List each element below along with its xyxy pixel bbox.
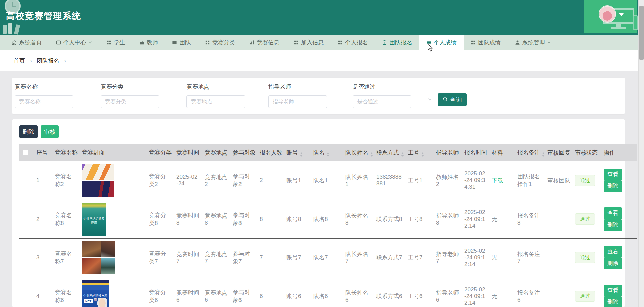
column-header-job_no[interactable]: 工号 [405,144,433,161]
column-header-count[interactable]: 报名人数 [256,144,283,161]
nav-item-competition-info[interactable]: 竞赛信息 [242,35,286,50]
row-checkbox-cell [19,200,33,238]
cell-reg_time: 2025-02-24 09:34:31 [461,161,488,200]
column-header-reply[interactable]: 审核回复 [544,144,572,161]
competition-cover-image[interactable]: 企业网络组建及应用 [82,203,106,236]
nav-item-personal-center[interactable]: 个人中心 [49,35,99,50]
nav-item-personal-score[interactable]: 个人成绩 [419,35,464,50]
nav-item-team-signup[interactable]: 团队报名 [375,35,419,50]
breadcrumb-link[interactable]: 首页 [14,57,25,65]
row-checkbox[interactable] [23,217,28,222]
guide-teacher-input[interactable] [268,95,327,108]
breadcrumb-link[interactable]: 团队报名 [37,57,59,65]
avatar-dropdown-caret-icon[interactable] [619,13,624,16]
pass-state-input[interactable] [353,95,411,108]
cell-job_no: 工号6 [405,277,433,307]
nav-label-join-info: 加入信息 [301,39,324,46]
competition-location-input[interactable] [186,95,245,108]
nav-item-competition-category[interactable]: 竞赛分类 [198,35,242,50]
user-avatar[interactable] [599,6,615,22]
column-header-cover: 竞赛封面 [78,144,146,161]
column-header-note[interactable]: 报名备注 [514,144,544,161]
column-header-contact[interactable]: 联系方式 [373,144,405,161]
cell-job_no: 工号7 [405,238,433,277]
column-header-category[interactable]: 竞赛分类 [146,144,173,161]
cell-note: 报名备注7 [514,238,544,277]
scrollbar-thumb[interactable] [639,6,644,60]
sort-caret-icon[interactable] [327,152,329,157]
column-header-team_name[interactable]: 队名 [310,144,342,161]
vertical-scrollbar[interactable] [638,0,644,307]
cell-reply [544,277,572,307]
competition-name-input[interactable] [15,95,73,108]
column-label-leader: 队长姓名 [345,149,368,156]
column-header-reg_time[interactable]: 报名时间 [461,144,488,161]
competition-cover-image[interactable] [82,164,114,197]
view-button[interactable]: 查看 [604,246,622,258]
row-checkbox[interactable] [23,294,28,299]
cell-audience: 参与对象2 [229,161,256,200]
cell-leader: 队长姓名8 [342,200,373,238]
nav-label-team-score: 团队成绩 [478,39,501,46]
material-text: 无 [492,254,497,261]
select-all-checkbox[interactable] [23,150,28,155]
filter-competition-category: 竞赛分类 [101,83,159,108]
clipboard-icon [382,40,387,45]
sort-caret-icon[interactable] [600,152,600,157]
sort-caret-icon[interactable] [401,152,404,157]
filter-label-competition-category: 竞赛分类 [101,83,159,91]
delete-button[interactable]: 删除 [604,219,622,231]
sort-caret-icon[interactable] [370,152,373,157]
view-button[interactable]: 查看 [604,169,622,180]
nav-item-system-manage[interactable]: 系统管理 [508,35,558,50]
nav-item-personal-signup[interactable]: 个人报名 [331,35,375,50]
view-button[interactable]: 查看 [604,285,622,296]
cell-team_name: 队名8 [310,200,342,238]
column-header-teacher[interactable]: 指导老师 [433,144,461,161]
column-header-leader[interactable]: 队长姓名 [342,144,373,161]
cell-cover [78,238,146,277]
cell-location: 竞赛地点8 [201,200,229,238]
column-header-account[interactable]: 账号 [283,144,310,161]
cell-index: 3 [33,238,52,277]
sort-caret-icon[interactable] [542,152,544,157]
sort-caret-icon[interactable] [421,152,424,157]
grid-icon [293,40,299,45]
row-checkbox[interactable] [23,178,28,183]
column-header-material: 材料 [488,144,514,161]
nav-item-teacher[interactable]: 教师 [132,35,165,50]
column-header-audience[interactable]: 参与对象 [229,144,256,161]
filter-guide-teacher: 指导老师 [268,83,327,108]
nav-item-student[interactable]: 学生 [99,35,132,50]
download-link[interactable]: 下载 [492,177,503,184]
nav-item-home[interactable]: 系统首页 [5,35,49,50]
view-button[interactable]: 查看 [604,207,622,219]
column-header-location[interactable]: 竞赛地点 [201,144,229,161]
table-row: 3竞赛名称7竞赛分类7竞赛时间7竞赛地点7参与对象77账号7队名7队长姓名7联系… [19,238,637,277]
nav-item-join-info[interactable]: 加入信息 [286,35,331,50]
bulk-audit-button[interactable]: 审核 [41,125,59,138]
delete-button[interactable]: 删除 [604,180,622,192]
nav-item-team[interactable]: 团队 [165,35,198,50]
delete-button[interactable]: 删除 [604,296,622,307]
cell-leader: 队长姓名6 [342,277,373,307]
sort-caret-icon[interactable] [300,152,303,157]
bulk-delete-button[interactable]: 删除 [19,125,38,138]
search-button[interactable]: 查询 [438,93,467,106]
app-header: 高校竞赛管理系统 [0,0,644,35]
column-label-material: 材料 [492,149,503,156]
row-checkbox[interactable] [23,255,28,260]
competition-category-input[interactable] [101,95,159,108]
column-header-name[interactable]: 竞赛名称 [52,144,78,161]
column-header-time[interactable]: 竞赛时间 [173,144,201,161]
column-header-status[interactable]: 审核状态 [572,144,600,161]
competition-cover-image[interactable] [82,241,115,274]
cell-reply [544,200,572,238]
nav-item-team-score[interactable]: 团队成绩 [464,35,508,50]
delete-button[interactable]: 删除 [604,258,622,269]
cell-material: 无 [488,238,514,277]
select-chevron-icon[interactable] [428,97,432,103]
nav-label-personal-signup: 个人报名 [345,39,368,46]
breadcrumb-separator: › [64,57,66,64]
competition-cover-image[interactable]: NET企业网站建设与应用 [82,280,109,307]
